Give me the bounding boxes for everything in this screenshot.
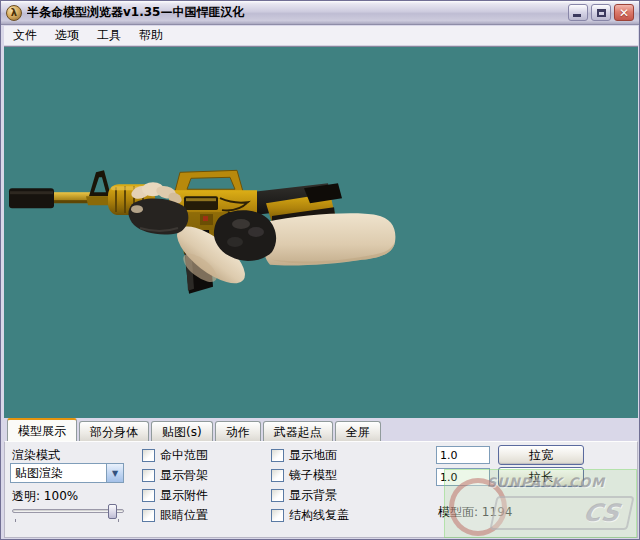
checkbox-box[interactable]	[142, 509, 155, 522]
checkbox-show-attachments[interactable]: 显示附件	[142, 487, 208, 503]
render-mode-value: 贴图渲染	[11, 465, 106, 482]
checkbox-label: 显示地面	[289, 447, 337, 464]
checkbox-label: 显示背景	[289, 487, 337, 504]
checkbox-box[interactable]	[271, 449, 284, 462]
checkbox-box[interactable]	[271, 509, 284, 522]
tab-animations[interactable]: 动作	[215, 421, 261, 441]
model-canvas	[4, 47, 638, 418]
app-icon[interactable]: λ	[6, 5, 22, 21]
slider-tick-end	[118, 519, 119, 522]
checkbox-show-skeleton[interactable]: 显示骨架	[142, 467, 208, 483]
checkbox-label: 眼睛位置	[160, 507, 208, 524]
menu-file[interactable]: 文件	[4, 25, 46, 46]
menu-tools[interactable]: 工具	[88, 25, 130, 46]
checkbox-eye-position[interactable]: 眼睛位置	[142, 507, 208, 523]
checkbox-label: 显示附件	[160, 487, 208, 504]
checkbox-label: 显示骨架	[160, 467, 208, 484]
checkbox-wireframe-overlay[interactable]: 结构线复盖	[271, 507, 349, 523]
checkbox-label: 结构线复盖	[289, 507, 349, 524]
window-title: 半条命模型浏览器v1.35—中国悍匪汉化	[27, 4, 568, 21]
close-icon: ✕	[619, 6, 629, 20]
control-panel: 渲染模式 贴图渲染 ▼ 透明: 100% 命中范围 显示骨架 显示附件	[4, 441, 638, 538]
opacity-slider[interactable]	[12, 502, 124, 520]
tab-strip: 模型展示 部分身体 贴图(s) 动作 武器起点 全屏	[4, 418, 638, 441]
model-viewport[interactable]	[4, 46, 638, 418]
checkbox-box[interactable]	[142, 469, 155, 482]
tab-fullscreen[interactable]: 全屏	[335, 421, 381, 441]
model-faces-status: 模型面: 1194	[438, 504, 512, 521]
checkbox-box[interactable]	[142, 489, 155, 502]
stretch-width-input[interactable]	[436, 446, 490, 464]
checkbox-label: 命中范围	[160, 447, 208, 464]
stretch-length-button[interactable]: 拉长	[498, 467, 584, 487]
stretch-length-input[interactable]	[436, 468, 490, 486]
checkbox-show-background[interactable]: 显示背景	[271, 487, 349, 503]
slider-thumb[interactable]	[108, 504, 117, 519]
tab-body-parts[interactable]: 部分身体	[79, 421, 149, 441]
maximize-icon	[597, 9, 606, 17]
render-mode-select[interactable]: 贴图渲染 ▼	[10, 463, 124, 483]
chevron-down-icon[interactable]: ▼	[106, 464, 123, 482]
checkbox-mirror-model[interactable]: 镜子模型	[271, 467, 349, 483]
menu-bar: 文件 选项 工具 帮助	[4, 26, 638, 46]
checkbox-box[interactable]	[271, 469, 284, 482]
maximize-button[interactable]	[591, 4, 611, 21]
checkbox-box[interactable]	[271, 489, 284, 502]
tab-model-display[interactable]: 模型展示	[7, 418, 77, 441]
menu-help[interactable]: 帮助	[130, 25, 172, 46]
checkbox-hit-range[interactable]: 命中范围	[142, 447, 208, 463]
tab-weapon-origin[interactable]: 武器起点	[263, 421, 333, 441]
slider-tick-start	[15, 519, 16, 522]
menu-options[interactable]: 选项	[46, 25, 88, 46]
minimize-icon	[573, 14, 581, 17]
minimize-button[interactable]	[568, 4, 588, 21]
app-window: λ 半条命模型浏览器v1.35—中国悍匪汉化 ✕ 文件 选项 工具 帮助	[0, 0, 640, 540]
stretch-width-button[interactable]: 拉宽	[498, 445, 584, 465]
checkbox-show-ground[interactable]: 显示地面	[271, 447, 349, 463]
checkbox-label: 镜子模型	[289, 467, 337, 484]
titlebar: λ 半条命模型浏览器v1.35—中国悍匪汉化 ✕	[1, 1, 639, 25]
render-mode-label: 渲染模式	[12, 447, 60, 464]
tab-textures[interactable]: 贴图(s)	[151, 421, 213, 441]
close-button[interactable]: ✕	[614, 4, 634, 21]
checkbox-box[interactable]	[142, 449, 155, 462]
